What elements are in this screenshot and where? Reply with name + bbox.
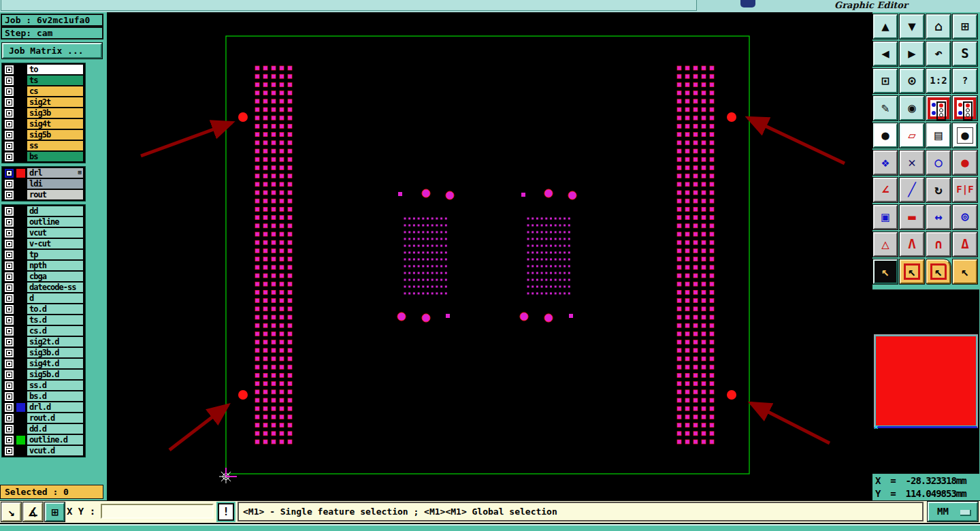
layer-visibility-checkbox[interactable] (5, 142, 14, 150)
view-page-down-button[interactable]: ▼ (900, 14, 924, 39)
chain-select-button[interactable]: ❖ (873, 150, 898, 175)
layer-name[interactable]: outline.d (27, 434, 84, 445)
layer-visibility-checkbox[interactable] (5, 207, 14, 216)
layer-row-bs[interactable]: bs (2, 151, 85, 162)
layer-name[interactable]: cs.d (27, 325, 84, 336)
layer-options-icon[interactable]: ⊞ (78, 169, 82, 176)
layer-visibility-checkbox[interactable] (5, 403, 14, 412)
arc-tool-dome-button[interactable]: ∩ (926, 232, 951, 257)
overview-navigator[interactable]: × (872, 289, 979, 474)
layer-row-sig2t[interactable]: sig2t (2, 97, 85, 108)
serpentine-view-button[interactable]: S (953, 42, 977, 66)
slot-tool-button[interactable]: ▬ (900, 205, 924, 229)
layer-row-sig4t[interactable]: sig4t (2, 118, 85, 129)
layer-row-sig4t.d[interactable]: sig4t.d (2, 358, 85, 369)
pan-left-button[interactable]: ◀ (873, 42, 898, 66)
measure-line-button[interactable]: ╱ (900, 178, 924, 202)
layer-row-vcut.d[interactable]: vcut.d (2, 445, 85, 456)
layer-name[interactable]: dd (27, 206, 84, 216)
layer-name[interactable]: vcut.d (27, 445, 84, 456)
layer-visibility-checkbox[interactable] (5, 447, 14, 455)
layer-visibility-checkbox[interactable] (5, 65, 14, 74)
layer-visibility-checkbox[interactable] (5, 272, 14, 281)
select-frame-mode-button[interactable]: ↖ (900, 259, 924, 284)
layer-row-outline.d[interactable]: outline.d (2, 434, 85, 445)
layer-row-ts.d[interactable]: ts.d (2, 315, 85, 325)
layer-row-to[interactable]: to (2, 64, 85, 75)
layer-visibility-checkbox[interactable] (5, 316, 14, 325)
layer-visibility-checkbox[interactable] (5, 131, 14, 140)
editor-canvas[interactable] (107, 12, 872, 500)
layer-visibility-checkbox[interactable] (5, 425, 14, 434)
job-matrix-button[interactable]: Job Matrix ... (2, 43, 102, 59)
layer-row-outline[interactable]: outline (2, 216, 85, 227)
layer-visibility-checkbox[interactable] (5, 305, 14, 314)
layer-stack-a-button[interactable] (926, 96, 951, 120)
layer-visibility-checkbox[interactable] (5, 229, 14, 238)
layer-name[interactable]: to (27, 64, 84, 75)
layer-row-datecode-ss[interactable]: datecode-ss (2, 282, 85, 293)
help-button[interactable]: ? (953, 69, 977, 93)
layer-visibility-checkbox[interactable] (5, 120, 14, 129)
layer-name[interactable]: cbga (27, 271, 84, 282)
layer-row-ss.d[interactable]: ss.d (2, 380, 85, 391)
layer-row-sig5b.d[interactable]: sig5b.d (2, 369, 85, 380)
mirror-feature-button[interactable]: F|F (953, 178, 977, 202)
previous-view-button[interactable]: ↶ (926, 42, 951, 66)
layer-visibility-checkbox[interactable] (5, 370, 14, 379)
layer-visibility-checkbox[interactable] (5, 169, 14, 178)
layer-name[interactable]: npth (27, 260, 84, 271)
layer-row-rout[interactable]: rout (2, 189, 85, 200)
transform-shape-button[interactable]: ▣ (873, 205, 898, 229)
select-net-mode-button[interactable]: ↖ (953, 259, 977, 284)
layer-row-v-cut[interactable]: v-cut (2, 238, 85, 249)
zoom-center-button[interactable]: ⊙ (900, 69, 924, 93)
layer-row-sig5b[interactable]: sig5b (2, 129, 85, 140)
measure-angle-button[interactable]: ∡ (23, 502, 43, 521)
layer-name[interactable]: drl⊞ (27, 167, 84, 178)
layer-visibility-checkbox[interactable] (5, 392, 14, 401)
layer-stack-b-button[interactable] (953, 96, 977, 120)
alert-button[interactable]: ! (218, 503, 234, 521)
copy-feature-button[interactable]: ▱ (900, 123, 924, 148)
layer-row-sig3b[interactable]: sig3b (2, 108, 85, 118)
layer-row-bs.d[interactable]: bs.d (2, 391, 85, 402)
layer-name[interactable]: ss.d (27, 380, 84, 391)
graphic-tools-button[interactable]: ✎ (873, 96, 898, 120)
layer-name[interactable]: ldi (27, 178, 84, 189)
layer-name[interactable]: sig5b.d (27, 369, 84, 380)
layer-name[interactable]: ts (27, 75, 84, 86)
layer-visibility-checkbox[interactable] (5, 152, 14, 161)
layer-row-cs.d[interactable]: cs.d (2, 325, 85, 336)
measure-angle-line-button[interactable]: ∠ (873, 178, 898, 202)
layer-row-tp[interactable]: tp (2, 249, 85, 260)
layer-name[interactable]: bs (27, 151, 84, 162)
zoom-extents-button[interactable]: ⊡ (873, 69, 898, 93)
layer-name[interactable]: rout (27, 189, 84, 200)
measure-distance-button[interactable]: ↘ (1, 502, 21, 521)
layer-name[interactable]: drl.d (27, 402, 84, 413)
layer-visibility-checkbox[interactable] (5, 349, 14, 357)
layer-name[interactable]: bs.d (27, 391, 84, 402)
layer-visibility-checkbox[interactable] (5, 327, 14, 336)
pan-right-button[interactable]: ▶ (900, 42, 924, 66)
layer-visibility-checkbox[interactable] (5, 338, 14, 347)
merge-shapes-button[interactable]: ⊚ (953, 205, 977, 229)
layer-name[interactable]: sig3b (27, 108, 84, 118)
layer-name[interactable]: vcut (27, 227, 84, 238)
select-pad-button[interactable]: ● (953, 123, 977, 148)
layer-visibility-checkbox[interactable] (5, 436, 14, 445)
layer-name[interactable]: cs (27, 86, 84, 97)
layer-row-rout.d[interactable]: rout.d (2, 413, 85, 423)
snap-marker-button[interactable]: ◉ (900, 96, 924, 120)
layer-visibility-checkbox[interactable] (5, 87, 14, 96)
layer-visibility-checkbox[interactable] (5, 261, 14, 270)
layer-name[interactable]: sig4t (27, 118, 84, 129)
layer-visibility-checkbox[interactable] (5, 191, 14, 199)
arc-tool-span-button[interactable]: Δ (953, 232, 977, 257)
layer-name[interactable]: to.d (27, 304, 84, 315)
layer-name[interactable]: ts.d (27, 315, 84, 325)
layer-name[interactable]: sig4t.d (27, 358, 84, 369)
measure-ruler-button[interactable]: ▤ (926, 123, 951, 148)
window-select-button[interactable]: ⊞ (45, 502, 65, 521)
